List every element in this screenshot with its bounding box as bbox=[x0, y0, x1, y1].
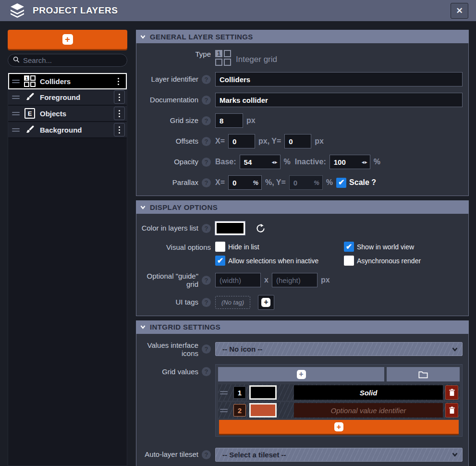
grid-size-input[interactable] bbox=[215, 113, 243, 128]
help-icon[interactable]: ? bbox=[202, 450, 211, 459]
option-allow-selections-when-inactive[interactable]: ✔ Allow selections when inactive bbox=[215, 256, 344, 266]
stepper-icon[interactable]: ◂▸ bbox=[362, 159, 368, 165]
layer-row-background[interactable]: Background bbox=[8, 122, 127, 138]
check-icon: ✔ bbox=[338, 179, 344, 186]
layer-color-label: Color in layers list bbox=[142, 224, 198, 232]
value-identifier-input[interactable] bbox=[294, 385, 443, 400]
grid-value-row-1: 1 bbox=[218, 384, 460, 401]
help-icon[interactable]: ? bbox=[202, 178, 211, 187]
parallax-y-prefix: %, Y= bbox=[265, 178, 286, 187]
help-icon[interactable]: ? bbox=[202, 75, 211, 84]
layer-identifier-input[interactable] bbox=[215, 72, 463, 86]
section-general: GENERAL LAYER SETTINGS Type 1 Integer gr… bbox=[136, 30, 469, 196]
visual-options-label: Visual options bbox=[166, 243, 211, 251]
guide-separator: x bbox=[264, 276, 269, 284]
help-icon[interactable]: ? bbox=[202, 137, 211, 146]
checkbox[interactable]: ✔ bbox=[215, 256, 225, 266]
check-icon: ✔ bbox=[346, 243, 352, 251]
option-asynchronous-render[interactable]: ✔ Asynchronous render bbox=[344, 256, 421, 266]
help-icon[interactable]: ? bbox=[202, 224, 211, 233]
help-icon[interactable]: ? bbox=[202, 298, 211, 307]
group-values-button[interactable] bbox=[387, 367, 460, 381]
drag-handle-icon[interactable] bbox=[12, 80, 20, 83]
help-icon[interactable]: ? bbox=[202, 116, 211, 125]
add-tag-button[interactable]: + bbox=[258, 295, 274, 310]
delete-value-button[interactable] bbox=[445, 403, 458, 417]
help-icon[interactable]: ? bbox=[202, 96, 211, 105]
layers-sidebar: + 1 Colliders bbox=[8, 30, 127, 466]
section-body-display: Color in layers list ? Visual optio bbox=[136, 214, 469, 316]
auto-tileset-select[interactable]: -- Select a tileset -- bbox=[215, 448, 463, 462]
drag-handle-icon[interactable] bbox=[220, 391, 228, 394]
add-value-bottom-button[interactable]: + bbox=[219, 420, 459, 434]
option-show-in-world-view[interactable]: ✔ Show in world view bbox=[344, 242, 421, 252]
grid-values-row: Grid values ? + bbox=[136, 364, 465, 437]
window-title: PROJECT LAYERS bbox=[33, 5, 118, 16]
help-icon[interactable]: ? bbox=[202, 344, 211, 354]
help-icon[interactable]: ? bbox=[202, 276, 211, 285]
layer-menu-button[interactable] bbox=[114, 107, 125, 120]
plus-icon: + bbox=[261, 298, 270, 307]
offsets-unit: px bbox=[315, 137, 324, 146]
drag-handle-icon[interactable] bbox=[12, 112, 20, 115]
drag-handle-icon[interactable] bbox=[12, 96, 20, 99]
offset-x-prefix: X= bbox=[215, 137, 225, 146]
layer-menu-button[interactable] bbox=[113, 74, 124, 88]
layers-stack-icon bbox=[8, 3, 27, 18]
kebab-icon bbox=[119, 126, 120, 128]
value-identifier-input[interactable] bbox=[294, 403, 443, 417]
documentation-input[interactable] bbox=[215, 93, 463, 107]
section-title: INTGRID SETTINGS bbox=[150, 323, 220, 331]
checkbox[interactable]: ✔ bbox=[344, 256, 354, 266]
grid-value-row-2: 2 bbox=[218, 402, 460, 418]
layer-color-swatch[interactable] bbox=[215, 221, 245, 235]
auto-tileset-row: Auto-layer tileset ? -- Select a tileset… bbox=[136, 447, 465, 462]
layer-search[interactable] bbox=[8, 54, 127, 67]
checkbox[interactable]: ✔ bbox=[215, 242, 225, 252]
grid-values-editor: + bbox=[215, 364, 463, 437]
delete-value-button[interactable] bbox=[445, 385, 458, 400]
value-color-swatch[interactable] bbox=[249, 403, 277, 417]
checkbox[interactable]: ✔ bbox=[344, 242, 354, 252]
entity-layer-icon: E bbox=[24, 108, 36, 119]
layer-row-objects[interactable]: E Objects bbox=[8, 106, 127, 122]
section-header-intgrid[interactable]: INTGRID SETTINGS bbox=[136, 320, 469, 334]
no-tag-placeholder: (No tag) bbox=[215, 296, 250, 309]
ui-tags-label: UI tags bbox=[175, 298, 198, 306]
drag-handle-icon[interactable] bbox=[12, 128, 20, 132]
drag-handle-icon[interactable] bbox=[220, 409, 228, 412]
add-value-button[interactable]: + bbox=[218, 367, 384, 381]
grid-values-toolbar: + bbox=[218, 367, 460, 381]
tiles-layer-icon bbox=[24, 124, 36, 135]
add-layer-button[interactable]: + bbox=[8, 30, 127, 49]
guide-grid-row: Optional "guide" grid ? x px bbox=[136, 272, 465, 289]
guide-width-input[interactable] bbox=[215, 273, 261, 287]
layer-color-row: Color in layers list ? bbox=[136, 221, 465, 235]
offset-x-input[interactable] bbox=[228, 134, 255, 148]
option-hide-in-list[interactable]: ✔ Hide in list bbox=[215, 242, 344, 252]
value-color-swatch[interactable] bbox=[249, 385, 277, 400]
option-label: Allow selections when inactive bbox=[228, 257, 318, 265]
values-interface-select[interactable]: -- No icon -- bbox=[215, 342, 463, 356]
section-header-general[interactable]: GENERAL LAYER SETTINGS bbox=[136, 30, 469, 43]
folder-icon bbox=[418, 370, 428, 379]
percent-icon: % bbox=[253, 179, 258, 186]
type-value: Integer grid bbox=[236, 55, 277, 64]
layer-row-colliders[interactable]: 1 Colliders bbox=[8, 73, 127, 89]
close-button[interactable]: ✕ bbox=[451, 3, 468, 19]
layer-row-foreground[interactable]: Foreground bbox=[8, 89, 127, 106]
stepper-icon[interactable]: ◂▸ bbox=[272, 159, 278, 165]
scale-checkbox[interactable]: ✔ bbox=[336, 178, 346, 188]
offset-y-input[interactable] bbox=[284, 134, 311, 148]
help-icon[interactable]: ? bbox=[202, 367, 211, 376]
layer-menu-button[interactable] bbox=[114, 123, 125, 136]
parallax-label: Parallax bbox=[172, 178, 198, 186]
search-input[interactable] bbox=[23, 56, 122, 64]
reset-color-icon[interactable] bbox=[256, 223, 266, 233]
guide-height-input[interactable] bbox=[272, 273, 317, 287]
layer-menu-button[interactable] bbox=[114, 90, 125, 104]
section-header-display[interactable]: DISPLAY OPTIONS bbox=[136, 200, 469, 214]
ui-tags-row: UI tags ? (No tag) + bbox=[136, 295, 465, 310]
plus-icon: + bbox=[334, 422, 343, 431]
help-icon[interactable]: ? bbox=[202, 158, 211, 167]
